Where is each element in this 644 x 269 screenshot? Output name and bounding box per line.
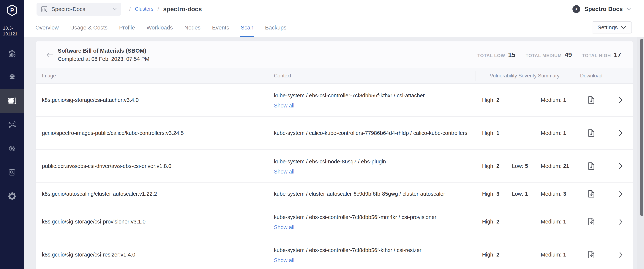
sbom-card: Software Bill of Materials (SBOM) Comple… — [36, 41, 633, 269]
sidebar-item-audit[interactable] — [0, 160, 24, 184]
arrow-left-icon — [46, 52, 54, 58]
show-all-link[interactable]: Show all — [274, 169, 294, 175]
severity-high: High:2 — [482, 250, 500, 259]
back-button[interactable] — [46, 50, 54, 59]
expand-row-button[interactable] — [618, 189, 624, 198]
column-header-expand — [609, 68, 633, 83]
settings-button-label: Settings — [598, 24, 618, 31]
dashboard-icon — [8, 49, 16, 58]
download-button[interactable] — [587, 217, 596, 227]
severity-totals: TOTAL LOW 15 TOTAL MEDIUM 49 TOTAL HIGH … — [478, 51, 621, 59]
file-download-icon — [588, 251, 594, 258]
breadcrumb-link-clusters[interactable]: Clusters — [135, 6, 153, 12]
context-cell: kube-system / ebs-csi-controller-7cf8dbb… — [268, 246, 476, 263]
tab-workloads[interactable]: Workloads — [146, 18, 173, 37]
clusters-server-icon — [8, 97, 16, 105]
context-cell: kube-system / ebs-csi-node-86sq7 / ebs-p… — [268, 157, 476, 175]
file-download-icon — [588, 96, 594, 104]
network-nodes-icon — [8, 121, 16, 129]
sidebar-item-settings[interactable] — [0, 184, 24, 208]
table-body: k8s.gcr.io/sig-storage/csi-attacher:v3.4… — [36, 84, 633, 269]
context-text: kube-system / ebs-csi-controller-7cf8dbb… — [274, 246, 470, 254]
severity-high: High:3 — [482, 190, 500, 198]
account-menu[interactable]: ★ Spectro Docs — [572, 5, 632, 13]
context-cell: kube-system / ebs-csi-controller-7cf8dbb… — [268, 213, 476, 230]
tab-usage-costs[interactable]: Usage & Costs — [70, 18, 108, 37]
sidebar-item-profiles[interactable] — [0, 65, 24, 89]
total-low: TOTAL LOW 15 — [478, 51, 516, 59]
chevron-right-icon — [619, 251, 622, 258]
context-text: kube-system / ebs-csi-controller-7cf8dbb… — [274, 213, 470, 221]
sidebar-item-dashboard[interactable] — [0, 41, 24, 65]
tab-nodes[interactable]: Nodes — [184, 18, 200, 37]
sidebar-item-clusters[interactable] — [0, 89, 24, 113]
sbom-completed-at: Completed at 08 Feb, 2023, 07:54 PM — [58, 55, 150, 63]
severity-medium: Medium:1 — [541, 250, 566, 259]
severity-medium: Medium:3 — [541, 190, 566, 198]
column-header-image: Image — [36, 68, 268, 83]
scrollbar-track — [637, 37, 644, 269]
file-download-icon — [588, 218, 594, 225]
context-text: kube-system / ebs-csi-node-86sq7 / ebs-p… — [274, 157, 470, 166]
severity-cell: High:1 Medium:1 — [476, 129, 574, 137]
expand-row-button[interactable] — [618, 162, 624, 170]
column-header-severity: Vulnerability Severity Summary — [476, 68, 574, 83]
file-download-icon — [588, 162, 594, 170]
file-download-icon — [588, 190, 594, 198]
download-button[interactable] — [587, 189, 596, 199]
total-medium-label: TOTAL MEDIUM — [526, 53, 562, 58]
expand-row-button[interactable] — [618, 217, 624, 226]
sidebar-item-cluster-groups[interactable] — [0, 137, 24, 160]
download-button[interactable] — [587, 128, 596, 138]
show-all-link[interactable]: Show all — [274, 224, 294, 230]
chevron-down-icon — [621, 26, 626, 29]
severity-high: High:1 — [482, 129, 500, 137]
star-avatar-icon: ★ — [572, 5, 580, 13]
tab-scan[interactable]: Scan — [241, 18, 254, 37]
expand-row-button[interactable] — [618, 96, 624, 104]
palette-logo-icon[interactable]: P — [0, 0, 24, 21]
context-text: kube-system / calico-kube-controllers-77… — [274, 129, 470, 137]
tab-profile[interactable]: Profile — [119, 18, 135, 37]
project-selector[interactable]: Spectro-Docs — [36, 3, 121, 16]
severity-cell: High:2 Medium:1 — [476, 217, 574, 226]
scrollbar-thumb[interactable] — [640, 39, 643, 216]
show-all-link[interactable]: Show all — [274, 257, 294, 263]
table-row[interactable]: k8s.gcr.io/sig-storage/csi-resizer:v1.4.… — [36, 238, 633, 269]
cluster-tab-bar: Overview Usage & Costs Profile Workloads… — [24, 18, 644, 37]
expand-row-button[interactable] — [618, 250, 624, 259]
tab-overview[interactable]: Overview — [36, 18, 59, 37]
breadcrumb-separator: / — [158, 6, 159, 13]
chevron-right-icon — [619, 130, 622, 136]
account-name: Spectro Docs — [584, 6, 623, 13]
tab-backups[interactable]: Backups — [265, 18, 286, 37]
chevron-right-icon — [619, 190, 622, 197]
top-bar: Spectro-Docs / Clusters / spectro-docs ★… — [24, 0, 644, 18]
table-row[interactable]: public.ecr.aws/ebs-csi-driver/aws-ebs-cs… — [36, 150, 633, 183]
severity-low: Low:5 — [512, 162, 528, 170]
severity-medium: Medium:1 — [541, 96, 566, 104]
sbom-header: Software Bill of Materials (SBOM) Comple… — [36, 41, 633, 68]
image-cell-text: k8s.gcr.io/sig-storage/csi-attacher:v3.4… — [36, 96, 268, 104]
expand-row-button[interactable] — [618, 129, 624, 137]
chevron-down-icon — [112, 8, 117, 11]
sidebar-item-workspaces[interactable] — [0, 113, 24, 137]
severity-cell: High:2 Low:5 Medium:21 — [476, 162, 574, 170]
table-row[interactable]: k8s.gcr.io/sig-storage/csi-attacher:v3.4… — [36, 84, 633, 117]
download-button[interactable] — [587, 95, 596, 105]
severity-cell: High:3 Low:1 Medium:3 — [476, 190, 574, 198]
layers-stack-icon — [8, 73, 16, 81]
breadcrumb-separator: / — [129, 6, 131, 13]
severity-high: High:2 — [482, 162, 500, 170]
download-button[interactable] — [587, 161, 596, 171]
download-button[interactable] — [587, 249, 596, 260]
tab-events[interactable]: Events — [212, 18, 229, 37]
main-content: Software Bill of Materials (SBOM) Comple… — [24, 37, 644, 269]
table-row[interactable]: gcr.io/spectro-images-public/calico/kube… — [36, 117, 633, 150]
image-cell-text: k8s.gcr.io/sig-storage/csi-resizer:v1.4.… — [36, 251, 268, 258]
settings-button[interactable]: Settings — [592, 22, 632, 33]
show-all-link[interactable]: Show all — [274, 103, 294, 109]
table-row[interactable]: k8s.gcr.io/autoscaling/cluster-autoscale… — [36, 183, 633, 205]
table-row[interactable]: k8s.gcr.io/sig-storage/csi-provisioner:v… — [36, 205, 633, 238]
severity-cell: High:2 Medium:1 — [476, 96, 574, 104]
